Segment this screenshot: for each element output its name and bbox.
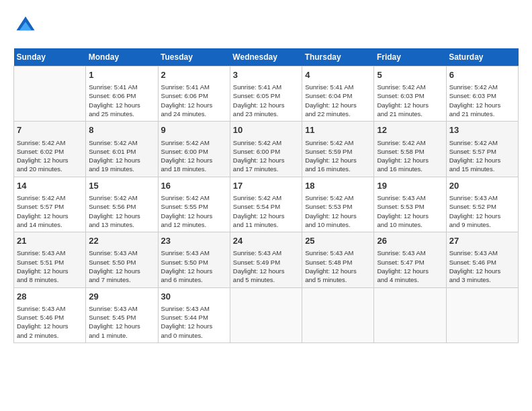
day-cell: 9Sunrise: 5:42 AM Sunset: 6:00 PM Daylig… bbox=[158, 122, 230, 177]
day-cell: 24Sunrise: 5:43 AM Sunset: 5:49 PM Dayli… bbox=[230, 232, 302, 287]
day-info: Sunrise: 5:42 AM Sunset: 5:58 PM Dayligh… bbox=[377, 138, 443, 174]
day-number: 19 bbox=[377, 180, 443, 192]
day-info: Sunrise: 5:43 AM Sunset: 5:44 PM Dayligh… bbox=[161, 304, 227, 340]
day-number: 25 bbox=[305, 235, 371, 247]
day-cell: 5Sunrise: 5:42 AM Sunset: 6:03 PM Daylig… bbox=[374, 66, 446, 122]
day-info: Sunrise: 5:43 AM Sunset: 5:50 PM Dayligh… bbox=[89, 248, 154, 284]
weekday-header-wednesday: Wednesday bbox=[230, 48, 302, 66]
day-info: Sunrise: 5:42 AM Sunset: 5:57 PM Dayligh… bbox=[17, 193, 83, 229]
weekday-header-sunday: Sunday bbox=[14, 48, 86, 66]
day-cell: 25Sunrise: 5:43 AM Sunset: 5:48 PM Dayli… bbox=[302, 232, 374, 287]
day-number: 27 bbox=[449, 235, 515, 247]
day-cell: 14Sunrise: 5:42 AM Sunset: 5:57 PM Dayli… bbox=[14, 177, 86, 232]
day-number: 8 bbox=[89, 124, 154, 136]
day-number: 1 bbox=[89, 69, 154, 81]
calendar-table: SundayMondayTuesdayWednesdayThursdayFrid… bbox=[13, 48, 519, 343]
day-number: 2 bbox=[161, 69, 227, 81]
day-number: 23 bbox=[161, 235, 227, 247]
day-cell: 28Sunrise: 5:43 AM Sunset: 5:46 PM Dayli… bbox=[14, 287, 86, 342]
day-cell: 4Sunrise: 5:41 AM Sunset: 6:04 PM Daylig… bbox=[302, 66, 374, 122]
day-info: Sunrise: 5:42 AM Sunset: 5:56 PM Dayligh… bbox=[89, 193, 154, 229]
day-number: 4 bbox=[305, 69, 371, 81]
week-row-5: 28Sunrise: 5:43 AM Sunset: 5:46 PM Dayli… bbox=[14, 287, 519, 342]
day-info: Sunrise: 5:42 AM Sunset: 6:02 PM Dayligh… bbox=[17, 138, 83, 174]
day-info: Sunrise: 5:41 AM Sunset: 6:06 PM Dayligh… bbox=[161, 83, 227, 118]
day-info: Sunrise: 5:43 AM Sunset: 5:48 PM Dayligh… bbox=[305, 248, 371, 284]
day-number: 18 bbox=[305, 180, 371, 192]
day-cell: 3Sunrise: 5:41 AM Sunset: 6:05 PM Daylig… bbox=[230, 66, 302, 122]
day-info: Sunrise: 5:43 AM Sunset: 5:50 PM Dayligh… bbox=[161, 248, 227, 284]
day-cell: 7Sunrise: 5:42 AM Sunset: 6:02 PM Daylig… bbox=[14, 122, 86, 177]
day-info: Sunrise: 5:43 AM Sunset: 5:51 PM Dayligh… bbox=[17, 248, 83, 284]
day-number: 24 bbox=[233, 235, 299, 247]
day-cell: 19Sunrise: 5:43 AM Sunset: 5:53 PM Dayli… bbox=[374, 177, 446, 232]
day-number: 15 bbox=[89, 180, 154, 192]
weekday-header-thursday: Thursday bbox=[302, 48, 374, 66]
header-row: SundayMondayTuesdayWednesdayThursdayFrid… bbox=[14, 48, 519, 66]
day-info: Sunrise: 5:42 AM Sunset: 5:59 PM Dayligh… bbox=[305, 138, 371, 174]
day-info: Sunrise: 5:42 AM Sunset: 5:54 PM Dayligh… bbox=[233, 193, 299, 229]
day-number: 13 bbox=[449, 124, 515, 136]
day-cell: 18Sunrise: 5:42 AM Sunset: 5:53 PM Dayli… bbox=[302, 177, 374, 232]
day-cell: 21Sunrise: 5:43 AM Sunset: 5:51 PM Dayli… bbox=[14, 232, 86, 287]
day-number: 30 bbox=[161, 291, 227, 303]
day-number: 12 bbox=[377, 124, 443, 136]
day-number: 3 bbox=[233, 69, 299, 81]
day-cell: 22Sunrise: 5:43 AM Sunset: 5:50 PM Dayli… bbox=[86, 232, 158, 287]
weekday-header-friday: Friday bbox=[374, 48, 446, 66]
day-info: Sunrise: 5:43 AM Sunset: 5:45 PM Dayligh… bbox=[89, 304, 154, 340]
week-row-1: 1Sunrise: 5:41 AM Sunset: 6:06 PM Daylig… bbox=[14, 66, 519, 122]
day-number: 11 bbox=[305, 124, 371, 136]
day-info: Sunrise: 5:43 AM Sunset: 5:52 PM Dayligh… bbox=[449, 193, 515, 229]
week-row-2: 7Sunrise: 5:42 AM Sunset: 6:02 PM Daylig… bbox=[14, 122, 519, 177]
day-number: 7 bbox=[17, 124, 83, 136]
day-cell: 13Sunrise: 5:42 AM Sunset: 5:57 PM Dayli… bbox=[446, 122, 518, 177]
day-number: 21 bbox=[17, 235, 83, 247]
day-cell: 26Sunrise: 5:43 AM Sunset: 5:47 PM Dayli… bbox=[374, 232, 446, 287]
weekday-header-tuesday: Tuesday bbox=[158, 48, 230, 66]
day-number: 6 bbox=[449, 69, 515, 81]
logo bbox=[13, 13, 40, 38]
day-cell: 23Sunrise: 5:43 AM Sunset: 5:50 PM Dayli… bbox=[158, 232, 230, 287]
day-cell: 20Sunrise: 5:43 AM Sunset: 5:52 PM Dayli… bbox=[446, 177, 518, 232]
day-cell: 6Sunrise: 5:42 AM Sunset: 6:03 PM Daylig… bbox=[446, 66, 518, 122]
day-number: 17 bbox=[233, 180, 299, 192]
day-number: 5 bbox=[377, 69, 443, 81]
day-cell: 11Sunrise: 5:42 AM Sunset: 5:59 PM Dayli… bbox=[302, 122, 374, 177]
day-info: Sunrise: 5:41 AM Sunset: 6:05 PM Dayligh… bbox=[233, 83, 299, 118]
day-cell: 29Sunrise: 5:43 AM Sunset: 5:45 PM Dayli… bbox=[86, 287, 158, 342]
day-info: Sunrise: 5:42 AM Sunset: 5:53 PM Dayligh… bbox=[305, 193, 371, 229]
day-cell bbox=[230, 287, 302, 342]
day-cell: 2Sunrise: 5:41 AM Sunset: 6:06 PM Daylig… bbox=[158, 66, 230, 122]
day-info: Sunrise: 5:41 AM Sunset: 6:06 PM Dayligh… bbox=[89, 83, 154, 118]
day-cell bbox=[302, 287, 374, 342]
day-cell: 10Sunrise: 5:42 AM Sunset: 6:00 PM Dayli… bbox=[230, 122, 302, 177]
weekday-header-monday: Monday bbox=[86, 48, 158, 66]
day-info: Sunrise: 5:42 AM Sunset: 5:55 PM Dayligh… bbox=[161, 193, 227, 229]
day-cell: 27Sunrise: 5:43 AM Sunset: 5:46 PM Dayli… bbox=[446, 232, 518, 287]
day-number: 22 bbox=[89, 235, 154, 247]
day-cell: 8Sunrise: 5:42 AM Sunset: 6:01 PM Daylig… bbox=[86, 122, 158, 177]
day-info: Sunrise: 5:42 AM Sunset: 6:00 PM Dayligh… bbox=[233, 138, 299, 174]
day-info: Sunrise: 5:43 AM Sunset: 5:49 PM Dayligh… bbox=[233, 248, 299, 284]
day-info: Sunrise: 5:43 AM Sunset: 5:53 PM Dayligh… bbox=[377, 193, 443, 229]
day-number: 20 bbox=[449, 180, 515, 192]
day-cell bbox=[446, 287, 518, 342]
day-number: 14 bbox=[17, 180, 83, 192]
day-cell: 15Sunrise: 5:42 AM Sunset: 5:56 PM Dayli… bbox=[86, 177, 158, 232]
day-number: 26 bbox=[377, 235, 443, 247]
day-cell bbox=[14, 66, 86, 122]
weekday-header-saturday: Saturday bbox=[446, 48, 518, 66]
day-info: Sunrise: 5:42 AM Sunset: 5:57 PM Dayligh… bbox=[449, 138, 515, 174]
day-number: 10 bbox=[233, 124, 299, 136]
logo-icon bbox=[13, 13, 38, 38]
day-number: 29 bbox=[89, 291, 154, 303]
day-info: Sunrise: 5:41 AM Sunset: 6:04 PM Dayligh… bbox=[305, 83, 371, 118]
day-cell: 16Sunrise: 5:42 AM Sunset: 5:55 PM Dayli… bbox=[158, 177, 230, 232]
page-header bbox=[13, 13, 519, 38]
day-cell: 17Sunrise: 5:42 AM Sunset: 5:54 PM Dayli… bbox=[230, 177, 302, 232]
day-info: Sunrise: 5:42 AM Sunset: 6:01 PM Dayligh… bbox=[89, 138, 154, 174]
week-row-4: 21Sunrise: 5:43 AM Sunset: 5:51 PM Dayli… bbox=[14, 232, 519, 287]
day-info: Sunrise: 5:43 AM Sunset: 5:46 PM Dayligh… bbox=[17, 304, 83, 340]
day-number: 9 bbox=[161, 124, 227, 136]
